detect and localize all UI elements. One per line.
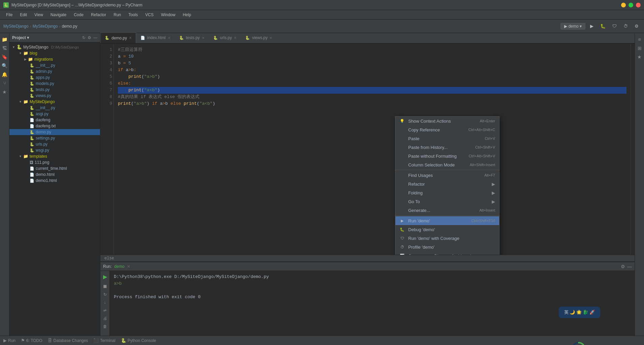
tree-templates[interactable]: ▼ 📁 templates (9, 153, 100, 159)
run-stop-button[interactable]: ◼ (101, 282, 109, 290)
sidebar-find-icon[interactable]: 🔍 (1, 62, 8, 69)
tab-views-py[interactable]: 🐍 views.py ✕ (241, 32, 277, 43)
action-python-console[interactable]: 🐍 Python Console (121, 338, 156, 343)
breadcrumb-app[interactable]: MySiteDjango (33, 24, 58, 29)
tree-init1[interactable]: 🐍 __init__.py (9, 62, 100, 68)
editor-scrollbar[interactable] (631, 44, 635, 255)
run-config-close[interactable]: ✕ (127, 264, 130, 269)
menu-view[interactable]: View (31, 11, 46, 19)
tree-settings[interactable]: 🐍 settings.py (9, 135, 100, 141)
project-sync-icon[interactable]: ↻ (82, 35, 86, 40)
ctx-profile[interactable]: ⏱ Profile 'demo' (395, 243, 499, 251)
ctx-concurrency[interactable]: 📊 Concurrency Diagram for 'demo' (395, 251, 499, 255)
cpu-indicator[interactable]: 43% (571, 341, 586, 345)
menu-window[interactable]: Window (158, 11, 179, 19)
ctx-debug-demo[interactable]: 🐛 Debug 'demo' (395, 225, 499, 234)
tree-migrations[interactable]: ▶ 📁 migrations (9, 56, 100, 62)
action-db-changes[interactable]: 🗄 Database Changes (48, 338, 88, 343)
sidebar-project-icon[interactable]: 📁 (1, 36, 8, 43)
profile-button[interactable]: ⏱ (621, 22, 630, 30)
tree-mysitedjango[interactable]: ▼ 📁 MySiteDjango (9, 99, 100, 105)
sidebar-notifications-icon[interactable]: 🔔 (1, 71, 8, 78)
tab-close-views[interactable]: ✕ (269, 36, 272, 40)
menu-code[interactable]: Code (70, 11, 87, 19)
tab-close-index[interactable]: ✕ (168, 36, 170, 40)
code-content[interactable]: #三目运算符 a = 10 b = 5 if a>b: print("a>b")… (114, 44, 631, 255)
menu-refactor[interactable]: Refactor (88, 11, 109, 19)
sidebar-git-icon[interactable]: ⑂ (1, 80, 8, 87)
tab-close-demo[interactable]: ✕ (129, 36, 132, 40)
run-print-button[interactable]: 🖨 (101, 315, 109, 322)
ctx-run-coverage[interactable]: 🛡 Run 'demo' with Coverage (395, 234, 499, 243)
minimize-button[interactable] (621, 3, 626, 7)
run-scroll-end-button[interactable]: ↓ (102, 299, 108, 306)
right-sidebar-icon3[interactable]: ★ (636, 53, 643, 61)
run-wrap-button[interactable]: ⇌ (101, 307, 108, 314)
menu-navigate[interactable]: Navigate (47, 11, 70, 19)
ctx-column-mode[interactable]: Column Selection Mode Alt+Shift+Insert (395, 160, 499, 169)
breadcrumb-file[interactable]: demo.py (62, 24, 77, 29)
run-settings-icon[interactable]: ⚙ (621, 264, 625, 269)
action-todo[interactable]: ⚑ 6: TODO (21, 338, 42, 343)
debug-button[interactable]: 🐛 (598, 22, 608, 30)
tree-views1[interactable]: 🐍 views.py (9, 93, 100, 99)
tab-close-tests[interactable]: ✕ (202, 36, 204, 40)
right-sidebar-icon1[interactable]: ≡ (636, 36, 643, 43)
ctx-find-usages[interactable]: Find Usages Alt+F7 (395, 171, 499, 180)
menu-help[interactable]: Help (180, 11, 195, 19)
tree-init2[interactable]: 🐍 __init__.py (9, 105, 100, 111)
tree-currenttime[interactable]: 📄 current_time.html (9, 165, 100, 171)
coverage-button[interactable]: 🛡 (610, 22, 619, 30)
tree-tests1[interactable]: 🐍 tests.py (9, 87, 100, 93)
ctx-copy-reference[interactable]: Copy Reference Ctrl+Alt+Shift+C (395, 125, 499, 134)
right-sidebar-icon2[interactable]: ⊞ (636, 44, 643, 52)
tree-blog[interactable]: ▼ 📁 blog (9, 50, 100, 56)
tab-close-urls[interactable]: ✕ (234, 36, 236, 40)
sidebar-favorites-icon[interactable]: ★ (1, 88, 8, 96)
ctx-paste[interactable]: Paste Ctrl+V (395, 134, 499, 143)
sidebar-bookmarks-icon[interactable]: 🔖 (1, 53, 8, 61)
ctx-run-demo[interactable]: ▶ Run 'demo' Ctrl+Shift+F10 (395, 216, 499, 225)
ctx-generate[interactable]: Generate... Alt+Insert (395, 206, 499, 215)
code-editor[interactable]: 12345 6789 #三目运算符 a = 10 b = 5 if a>b: p… (100, 44, 635, 255)
project-collapse-icon[interactable]: — (93, 35, 97, 40)
ctx-paste-history[interactable]: Paste from History... Ctrl+Shift+V (395, 143, 499, 152)
run-config-selector[interactable]: ▶ demo ▾ (560, 23, 585, 30)
run-collapse-icon[interactable]: — (627, 264, 632, 269)
tree-wsgi[interactable]: 🐍 wsgi.py (9, 147, 100, 153)
tree-apps[interactable]: 🐍 apps.py (9, 74, 100, 81)
settings-button[interactable]: ⚙ (633, 22, 641, 30)
sidebar-structure-icon[interactable]: 🏗 (1, 44, 8, 52)
tree-daofeng[interactable]: 📄 daofeng (9, 117, 100, 123)
ctx-folding[interactable]: Folding ▶ (395, 188, 499, 197)
maximize-button[interactable] (629, 3, 633, 7)
menu-file[interactable]: File (3, 11, 16, 19)
tab-urls-py[interactable]: 🐍 urls.py ✕ (209, 32, 241, 43)
action-run[interactable]: ▶ Run (3, 338, 15, 343)
tree-demo[interactable]: 🐍 demo.py (9, 129, 100, 135)
tree-demohtml[interactable]: 📄 demo.html (9, 171, 100, 178)
tree-111png[interactable]: 🖼 111.png (9, 159, 100, 165)
tree-models[interactable]: 🐍 models.py (9, 81, 100, 87)
ctx-show-context-actions[interactable]: 💡 Show Context Actions Alt+Enter (395, 117, 499, 125)
tree-root[interactable]: ▼ 🐍 MySiteDjango D:\MySiteDjango (9, 44, 100, 50)
tab-tests-py[interactable]: 🐍 tests.py ✕ (175, 32, 209, 43)
tree-admin[interactable]: 🐍 admin.py (9, 68, 100, 74)
tree-urls[interactable]: 🐍 urls.py (9, 141, 100, 147)
breadcrumb-root[interactable]: MySiteDjango (3, 24, 29, 29)
tab-index-html[interactable]: 📄 index.html ✕ (136, 32, 175, 43)
menu-edit[interactable]: Edit (17, 11, 30, 19)
menu-tools[interactable]: Tools (125, 11, 141, 19)
tab-demo-py[interactable]: 🐍 demo.py ✕ (100, 32, 136, 43)
project-settings-icon[interactable]: ⚙ (88, 35, 91, 40)
run-clear-button[interactable]: 🗑 (101, 323, 109, 330)
menu-run[interactable]: Run (110, 11, 124, 19)
ctx-paste-no-format[interactable]: Paste without Formatting Ctrl+Alt+Shift+… (395, 152, 499, 160)
tree-demo1html[interactable]: 📄 demo1.html (9, 178, 100, 184)
tree-asgi[interactable]: 🐍 asgi.py (9, 111, 100, 117)
ctx-goto[interactable]: Go To ▶ (395, 197, 499, 206)
run-button[interactable]: ▶ (588, 22, 595, 30)
tree-daofengtxt[interactable]: 📄 daofeng.txt (9, 123, 100, 129)
menu-vcs[interactable]: VCS (142, 11, 157, 19)
action-terminal[interactable]: ⬛ Terminal (93, 338, 115, 343)
